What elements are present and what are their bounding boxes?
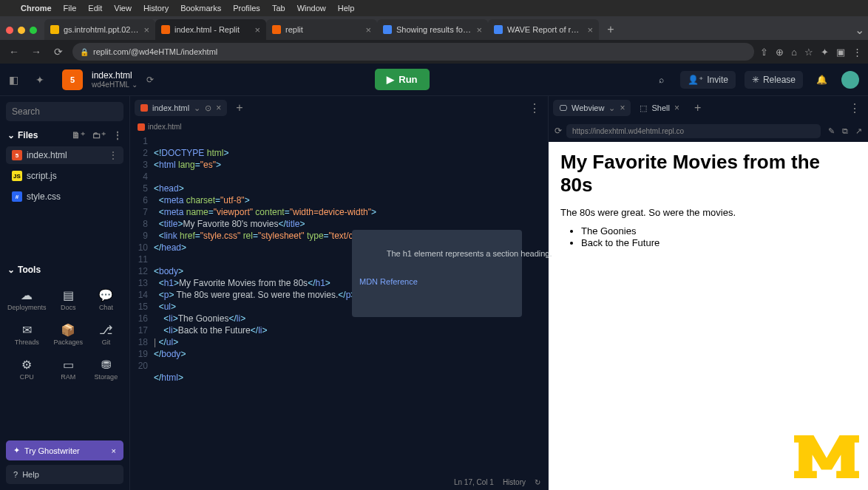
tools-section-header[interactable]: ⌄ Tools [6, 262, 123, 278]
tab-close-icon[interactable]: × [476, 24, 482, 35]
tool-deployments[interactable]: ☁Deployments [6, 284, 48, 316]
menu-view[interactable]: View [114, 4, 132, 13]
clock-icon[interactable]: ↻ [535, 478, 540, 486]
new-tab-button[interactable]: + [230, 98, 248, 118]
search-input[interactable]: Search [6, 102, 123, 121]
minimize-window[interactable] [18, 27, 25, 34]
file-item-script[interactable]: JS script.js [6, 167, 123, 185]
chevron-down-icon[interactable]: ⌄ [608, 103, 615, 113]
open-external-icon[interactable]: ↗ [855, 126, 862, 136]
close-window[interactable] [6, 27, 13, 34]
mdn-link[interactable]: MDN Reference [359, 276, 515, 287]
file-item-index[interactable]: 5 index.html ⋮ [6, 146, 123, 164]
browser-tab[interactable]: gs.introhtml.ppt.02.04b - Goo × [44, 19, 155, 40]
history-button[interactable]: History [503, 478, 526, 486]
tab-shell[interactable]: ⬚ Shell × [634, 100, 685, 116]
tool-storage[interactable]: ⛃Storage [89, 353, 123, 385]
menu-tab[interactable]: Tab [272, 4, 285, 13]
webview-toolbar: ⟳ https://indexhtml.wd4ehtml.repl.co ✎ ⧉… [549, 120, 868, 142]
devtools-icon[interactable]: ⧉ [842, 126, 848, 136]
chevron-down-icon[interactable]: ⌄ [194, 103, 200, 113]
maximize-window[interactable] [30, 27, 37, 34]
forward-button[interactable]: → [28, 44, 44, 60]
new-file-icon[interactable]: 🗎⁺ [72, 130, 85, 140]
tab-close-icon[interactable]: × [143, 24, 149, 35]
reload-icon[interactable]: ⟳ [555, 126, 562, 136]
cursor-position[interactable]: Ln 17, Col 1 [454, 478, 494, 486]
workspace-title[interactable]: index.html wd4eHTML ⌄ [92, 70, 138, 89]
tool-ram[interactable]: ▭RAM [51, 353, 86, 385]
editor-tab-index[interactable]: index.html ⌄ ⊙ × [135, 100, 227, 116]
tool-git[interactable]: ⎇Git [89, 319, 123, 350]
new-tab-button[interactable]: + [688, 98, 707, 118]
menu-icon[interactable]: ⋮ [852, 47, 862, 58]
menu-edit[interactable]: Edit [88, 4, 102, 13]
add-pane-icon[interactable]: ✦ [35, 74, 53, 86]
replit-app: ◧ ✦ 5 index.html wd4eHTML ⌄ ⟳ ▶ Run ⌕ 👤⁺… [0, 64, 868, 490]
menu-file[interactable]: File [64, 4, 77, 13]
storage-icon: ⛃ [101, 358, 111, 372]
pane-more-icon[interactable]: ⋮ [526, 101, 543, 115]
new-folder-icon[interactable]: 🗀⁺ [92, 130, 106, 140]
tab-close-icon[interactable]: × [587, 24, 593, 35]
close-icon[interactable]: × [112, 446, 116, 455]
menu-bookmarks[interactable]: Bookmarks [180, 4, 221, 13]
avatar[interactable] [841, 71, 859, 89]
invite-button[interactable]: 👤⁺ Invite [680, 71, 736, 89]
tool-chat[interactable]: 💬Chat [89, 284, 123, 316]
webview-url[interactable]: https://indexhtml.wd4ehtml.repl.co [566, 124, 821, 138]
notifications-icon[interactable]: 🔔 [812, 69, 833, 90]
menu-profiles[interactable]: Profiles [233, 4, 260, 13]
pane-more-icon[interactable]: ⋮ [846, 101, 864, 115]
back-button[interactable]: ← [6, 44, 22, 60]
browser-tab[interactable]: replit × [266, 19, 377, 40]
more-icon[interactable]: ⋮ [113, 130, 122, 140]
ghostwriter-button[interactable]: ✦ Try Ghostwriter × [6, 440, 123, 460]
browser-tab-active[interactable]: index.html - Replit × [155, 19, 266, 40]
tool-packages[interactable]: 📦Packages [51, 319, 86, 350]
files-section-header[interactable]: ⌄ Files 🗎⁺ 🗀⁺ ⋮ [6, 127, 123, 143]
code-content[interactable]: <!DOCTYPE html> <html lang="es"> <head> … [154, 135, 548, 474]
reload-button[interactable]: ⟳ [50, 44, 67, 60]
close-icon[interactable]: × [216, 103, 221, 113]
tab-title: WAVE Report of replit [507, 25, 583, 34]
app-name[interactable]: Chrome [21, 4, 52, 13]
tool-cpu[interactable]: ⚙CPU [6, 353, 48, 385]
tab-close-icon[interactable]: × [254, 24, 260, 35]
share-icon[interactable]: ⇧ [760, 47, 768, 58]
star-icon[interactable]: ☆ [804, 47, 813, 58]
zoom-icon[interactable]: ⊕ [776, 47, 784, 58]
breadcrumb[interactable]: index.html [130, 120, 548, 134]
tab-menu-button[interactable]: ⌄ [850, 21, 868, 38]
hover-tooltip: The h1 element represents a section head… [352, 230, 522, 317]
menu-history[interactable]: History [143, 4, 169, 13]
browser-tab[interactable]: Showing results for contents ... × [377, 19, 488, 40]
code-editor[interactable]: 1234567891011121314151617181920 <!DOCTYP… [130, 134, 548, 474]
tool-threads[interactable]: ✉Threads [6, 319, 48, 350]
menu-help[interactable]: Help [338, 4, 355, 13]
close-icon[interactable]: × [674, 103, 679, 113]
tool-docs[interactable]: ▤Docs [51, 284, 86, 316]
extensions-icon[interactable]: ✦ [821, 47, 829, 58]
url-bar[interactable]: 🔒 replit.com/@wd4eHTML/indexhtml [72, 43, 754, 61]
search-icon[interactable]: ⌕ [651, 69, 671, 90]
menu-window[interactable]: Window [297, 4, 326, 13]
edit-icon[interactable]: ✎ [828, 126, 835, 136]
help-button[interactable]: ? Help [6, 465, 123, 484]
home-icon[interactable]: ⌂ [791, 47, 797, 58]
file-more-icon[interactable]: ⋮ [109, 150, 118, 160]
release-button[interactable]: ✳ Release [745, 71, 803, 89]
browser-chrome: gs.introhtml.ppt.02.04b - Goo × index.ht… [0, 16, 868, 64]
tab-webview[interactable]: 🖵 Webview ⌄ × [553, 100, 631, 116]
close-icon[interactable]: × [620, 103, 625, 113]
run-button[interactable]: ▶ Run [375, 69, 429, 90]
person-add-icon: 👤⁺ [688, 75, 703, 85]
sidebar-toggle-icon[interactable]: ◧ [9, 74, 27, 86]
panel-icon[interactable]: ▣ [836, 47, 845, 58]
cloud-icon: ☁ [21, 288, 33, 302]
browser-tab[interactable]: WAVE Report of replit × [488, 19, 599, 40]
tab-close-icon[interactable]: × [365, 24, 371, 35]
webview-content[interactable]: My Favorite Movies from the 80s The 80s … [549, 142, 868, 490]
new-tab-button[interactable]: + [602, 21, 620, 38]
file-item-style[interactable]: # style.css [6, 188, 123, 205]
